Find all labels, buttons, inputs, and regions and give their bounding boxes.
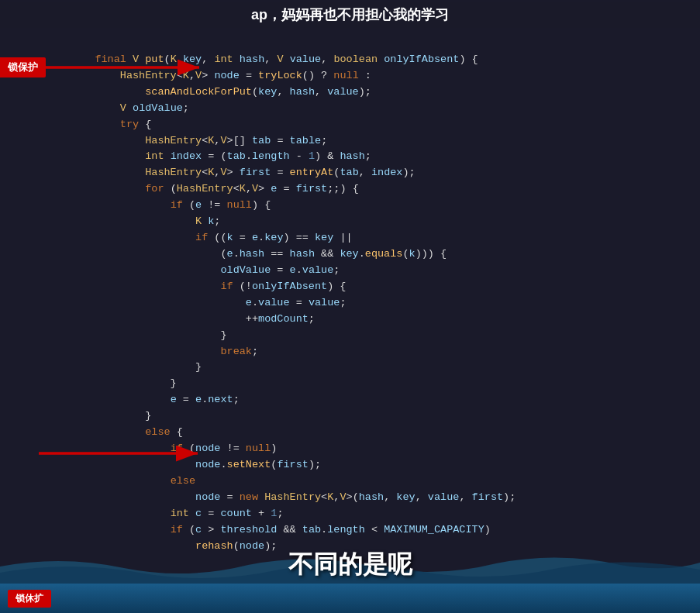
code-block: final V put(K key, int hash, V value, bo…	[0, 29, 700, 551]
bottom-subtitle: 不同的是呢	[0, 548, 700, 582]
bottom-bar: 锁休扩	[0, 584, 700, 613]
top-arrow	[40, 57, 211, 77]
bottom-arrow	[39, 443, 209, 463]
bottom-bar-badge-left: 锁休扩	[8, 590, 51, 608]
code-container: ap，妈妈再也不用担心我的学习 final V put(K key, int h…	[0, 0, 700, 613]
lock-protection-badge-top: 锁保护	[0, 57, 46, 77]
top-subtitle: ap，妈妈再也不用担心我的学习	[0, 2, 700, 28]
